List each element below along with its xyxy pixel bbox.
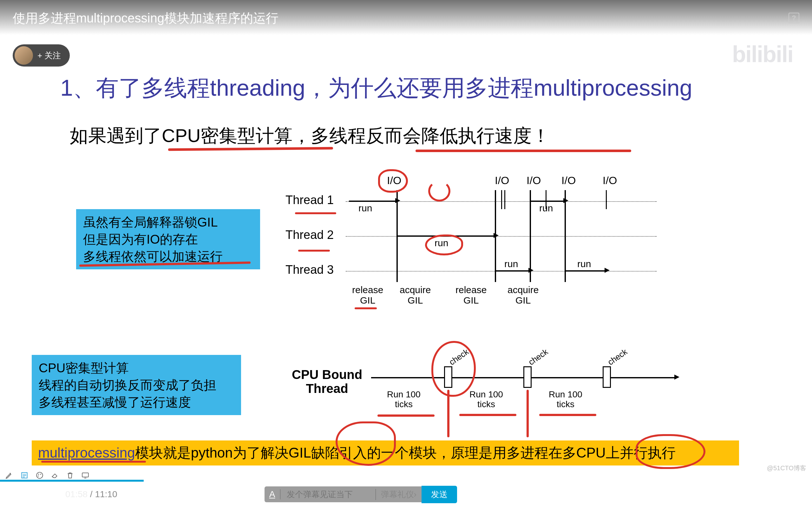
right-controls: 1080P 高清 选集 倍速	[545, 488, 793, 501]
episodes-button[interactable]: 选集	[608, 488, 627, 501]
video-title: 使用多进程multiprocessing模块加速程序的运行	[13, 9, 278, 27]
svg-rect-5	[82, 473, 89, 477]
speed-button[interactable]: 倍速	[641, 488, 660, 501]
fullscreen-icon[interactable]	[780, 488, 793, 501]
run-arrow	[496, 270, 530, 272]
wide-icon[interactable]	[754, 488, 766, 501]
trash-tool-icon[interactable]	[65, 470, 75, 480]
uploader-avatar[interactable]	[14, 46, 33, 65]
progress-bar[interactable]	[0, 480, 812, 482]
annotation-circle	[425, 234, 463, 256]
thread-3-label: Thread 3	[286, 263, 334, 277]
run-arrow	[349, 201, 397, 202]
player-control-bar: 01:58 / 11:10 弹 弹 A 弹幕礼仪 › 发送 1080P 高清 选…	[0, 482, 812, 507]
annotation-toolbar	[4, 470, 90, 480]
io-label: I/O	[561, 174, 576, 187]
svg-rect-7	[26, 490, 28, 498]
pause-button[interactable]	[19, 489, 30, 500]
danmaku-style-button[interactable]: A	[264, 489, 281, 499]
slide-content: bilibili 1、有了多线程threading，为什么还要用多进程multi…	[0, 0, 812, 507]
thread-1-label: Thread 1	[286, 193, 334, 207]
svg-point-4	[38, 475, 39, 476]
danmaku-input-group: A 弹幕礼仪 › 发送	[264, 487, 457, 502]
danmaku-send-button[interactable]: 发送	[421, 486, 457, 503]
check-tick-box	[523, 366, 531, 388]
svg-rect-10	[733, 493, 738, 497]
gil-line	[504, 190, 505, 209]
follow-label: + 关注	[38, 50, 61, 61]
bilibili-watermark: bilibili	[732, 41, 793, 67]
palette-tool-icon[interactable]	[35, 470, 44, 480]
annotation-underline	[377, 414, 435, 417]
run-label: run	[358, 203, 372, 214]
run-ticks-label: Run 100ticks	[549, 390, 582, 409]
help-icon[interactable]: ?	[789, 13, 799, 23]
arrowhead-icon	[395, 198, 400, 203]
thread-2-label: Thread 2	[286, 228, 334, 242]
cpu-bound-diagram: CPU BoundThread check check check Run 10…	[286, 345, 679, 425]
pencil-tool-icon[interactable]	[4, 470, 14, 480]
run-arrow	[530, 201, 565, 202]
timeline-dotted	[346, 236, 657, 237]
io-label: I/O	[526, 174, 541, 187]
annotation-circle	[378, 169, 408, 193]
run-ticks-label: Run 100ticks	[387, 390, 420, 409]
info-line: 多线程甚至减慢了运行速度	[39, 394, 234, 411]
svg-rect-11	[754, 491, 766, 498]
annotation-circle	[636, 434, 705, 469]
annotation-underline	[355, 307, 377, 309]
video-top-bar: 使用多进程multiprocessing模块加速程序的运行 ?	[0, 0, 812, 35]
check-label: check	[606, 347, 629, 367]
volume-icon[interactable]	[674, 488, 687, 501]
danmaku-toggle-off-icon[interactable]: 弹	[239, 488, 256, 501]
slide-heading: 1、有了多线程threading，为什么还要用多进程multiprocessin…	[60, 73, 692, 103]
screen-tool-icon[interactable]	[81, 470, 90, 480]
progress-fill	[0, 480, 144, 482]
svg-point-2	[38, 474, 39, 475]
info-box-cpu: CPU密集型计算 线程的自动切换反而变成了负担 多线程甚至减慢了运行速度	[32, 355, 241, 415]
run-label: run	[577, 259, 591, 269]
svg-point-1	[37, 472, 43, 478]
danmaku-input[interactable]	[281, 490, 375, 499]
highlight-keyword: multiprocessing	[38, 445, 135, 460]
check-tick-box	[603, 366, 611, 388]
danmaku-toggle-on-icon[interactable]: 弹	[212, 488, 230, 501]
settings-icon[interactable]	[700, 488, 713, 501]
info-line: 线程的自动切换反而变成了负担	[39, 377, 234, 394]
highlight-text: 模块就是python为了解决GIL缺陷引入的一个模块，原理是用多进程在多CPU上…	[135, 445, 676, 460]
gil-line	[606, 190, 607, 209]
annotation-underline	[415, 150, 631, 152]
gil-line	[565, 190, 566, 282]
io-label: I/O	[495, 174, 509, 187]
annotation-underline	[539, 414, 596, 416]
release-gil-label: releaseGIL	[352, 285, 383, 305]
annotation-circle	[432, 341, 476, 397]
arrowhead-icon	[563, 198, 568, 203]
page-watermark: @51CTO博客	[767, 464, 806, 472]
check-label: check	[526, 347, 550, 367]
follow-uploader-pill[interactable]: + 关注	[13, 44, 70, 66]
arrowhead-icon	[674, 375, 679, 380]
info-box-gil: 虽然有全局解释器锁GIL 但是因为有IO的存在 多线程依然可以加速运行	[76, 209, 260, 269]
svg-rect-6	[21, 490, 23, 498]
annotation-stroke	[447, 390, 450, 437]
run-ticks-label: Run 100ticks	[469, 390, 503, 409]
eraser-tool-icon[interactable]	[50, 470, 60, 480]
annotation-circle	[428, 181, 450, 202]
info-line: 但是因为有IO的存在	[83, 231, 253, 248]
arrowhead-icon	[494, 233, 499, 238]
run-label: run	[504, 259, 518, 269]
release-gil-label: releaseGIL	[455, 285, 487, 305]
danmaku-etiquette-link[interactable]: 弹幕礼仪 ›	[375, 489, 422, 500]
annotation-underline	[295, 212, 336, 214]
arrowhead-icon	[528, 268, 534, 273]
annotation-underline	[41, 461, 146, 463]
next-button[interactable]	[43, 489, 53, 499]
note-tool-icon[interactable]	[20, 470, 29, 480]
pip-icon[interactable]	[727, 488, 740, 501]
quality-button[interactable]: 1080P 高清	[545, 488, 594, 501]
info-line: 虽然有全局解释器锁GIL	[83, 214, 253, 231]
current-time: 01:58	[65, 489, 88, 499]
duration: 11:10	[95, 489, 117, 499]
run-arrow	[566, 270, 606, 272]
